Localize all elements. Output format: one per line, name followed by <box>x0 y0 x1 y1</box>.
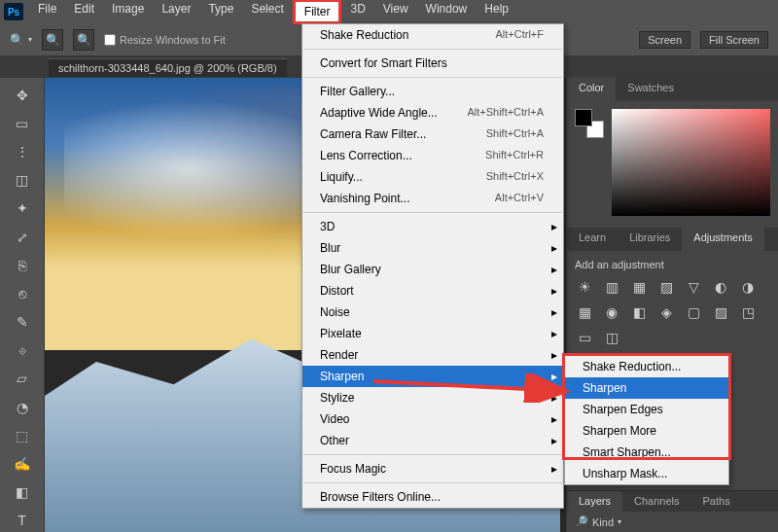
tool-15[interactable]: T <box>11 510 34 532</box>
adjustment-icon-14[interactable]: ▭ <box>575 329 594 346</box>
sharpen-menu-sharpen[interactable]: Sharpen <box>565 377 728 399</box>
adjustment-icon-4[interactable]: ▽ <box>684 278 703 296</box>
filter-menu-adaptive-wide-angle-[interactable]: Adaptive Wide Angle...Alt+Shift+Ctrl+A <box>302 102 563 124</box>
fg-bg-swatch[interactable] <box>575 109 604 138</box>
tool-5[interactable]: ⤢ <box>11 226 34 248</box>
tool-4[interactable]: ✦ <box>11 197 34 220</box>
tool-10[interactable]: ▱ <box>11 368 34 390</box>
filter-menu-other[interactable]: Other <box>302 430 563 451</box>
zoom-out-button[interactable]: 🔍 <box>73 29 94 51</box>
filter-menu-pixelate[interactable]: Pixelate <box>302 323 563 344</box>
tool-3[interactable]: ◫ <box>11 169 34 192</box>
menu-layer[interactable]: Layer <box>153 0 199 24</box>
menu-3d[interactable]: 3D <box>341 0 373 24</box>
adjustment-icon-3[interactable]: ▨ <box>656 278 676 296</box>
filter-menu-3d[interactable]: 3D <box>302 216 563 237</box>
filter-menu-lens-correction-[interactable]: Lens Correction...Shift+Ctrl+R <box>302 145 563 166</box>
screen-button[interactable]: Screen <box>639 31 690 49</box>
tool-6[interactable]: ⎘ <box>11 254 34 276</box>
filter-menu-distort[interactable]: Distort <box>302 280 563 301</box>
filter-menu-render[interactable]: Render <box>302 344 563 366</box>
filter-menu-filter-gallery-[interactable]: Filter Gallery... <box>302 81 563 102</box>
sharpen-menu-sharpen-edges[interactable]: Sharpen Edges <box>565 399 728 420</box>
filter-menu-vanishing-point-[interactable]: Vanishing Point...Alt+Ctrl+V <box>302 188 563 209</box>
resize-windows-checkbox[interactable]: Resize Windows to Fit <box>104 34 226 46</box>
filter-menu-sharpen[interactable]: Sharpen <box>302 366 563 387</box>
tab-layers[interactable]: Layers <box>567 491 622 512</box>
adjustment-icon-8[interactable]: ◉ <box>602 303 621 321</box>
tab-adjustments[interactable]: Adjustments <box>682 228 764 251</box>
tab-swatches[interactable]: Swatches <box>616 78 686 101</box>
adjustment-icon-15[interactable]: ◫ <box>602 329 621 346</box>
tool-2[interactable]: ⋮ <box>11 140 34 162</box>
dropdown-icon[interactable]: ▾ <box>618 517 621 526</box>
filter-menu-blur-gallery[interactable]: Blur Gallery <box>302 259 563 280</box>
resize-checkbox-input[interactable] <box>104 34 116 46</box>
menu-edit[interactable]: Edit <box>65 0 103 24</box>
filter-menu-shake-reduction[interactable]: Shake ReductionAlt+Ctrl+F <box>302 24 563 46</box>
filter-menu-browse-filters-online-[interactable]: Browse Filters Online... <box>302 486 563 508</box>
adjustment-icon-10[interactable]: ◈ <box>656 303 676 321</box>
adjustment-icon-1[interactable]: ▥ <box>602 278 621 296</box>
adjustment-icon-12[interactable]: ▨ <box>711 303 730 321</box>
sharpen-menu-unsharp-mask-[interactable]: Unsharp Mask... <box>565 463 728 484</box>
tool-13[interactable]: ✍ <box>11 452 34 475</box>
adjustment-icon-11[interactable]: ▢ <box>684 303 703 321</box>
tool-8[interactable]: ✎ <box>11 311 34 334</box>
tool-7[interactable]: ⎋ <box>11 282 34 304</box>
sharpen-submenu: Shake Reduction...SharpenSharpen EdgesSh… <box>564 355 729 485</box>
tab-channels[interactable]: Channels <box>622 491 690 512</box>
adjustment-icon-0[interactable]: ☀ <box>575 278 594 296</box>
menu-filter[interactable]: Filter <box>293 0 342 24</box>
menu-label: Adaptive Wide Angle... <box>320 106 438 120</box>
filter-menu-noise[interactable]: Noise <box>302 301 563 323</box>
toolbox: ✥▭⋮◫✦⤢⎘⎋✎⟐▱◔⬚✍◧T <box>0 78 45 532</box>
tab-paths[interactable]: Paths <box>691 491 742 512</box>
filter-menu-liquify-[interactable]: Liquify...Shift+Ctrl+X <box>302 166 563 188</box>
adjustment-icon-6[interactable]: ◑ <box>738 278 758 296</box>
adjustment-icon-5[interactable]: ◐ <box>711 278 730 296</box>
fill-screen-button[interactable]: Fill Screen <box>700 31 768 49</box>
tool-1[interactable]: ▭ <box>11 112 34 134</box>
fg-color-swatch[interactable] <box>575 109 592 126</box>
menu-separator <box>303 482 562 483</box>
menu-label: Blur Gallery <box>320 263 381 276</box>
search-icon[interactable]: 🔎 <box>575 515 588 528</box>
document-tab[interactable]: schilthorn-3033448_640.jpg @ 200% (RGB/8… <box>49 58 287 77</box>
menu-view[interactable]: View <box>374 0 417 24</box>
menu-help[interactable]: Help <box>476 0 517 24</box>
zoom-in-button[interactable]: 🔍 <box>42 29 63 51</box>
tool-0[interactable]: ✥ <box>11 84 34 106</box>
tab-learn[interactable]: Learn <box>567 228 618 251</box>
adjustment-icon-2[interactable]: ▦ <box>629 278 649 296</box>
filter-menu-camera-raw-filter-[interactable]: Camera Raw Filter...Shift+Ctrl+A <box>302 124 563 145</box>
sharpen-menu-smart-sharpen-[interactable]: Smart Sharpen... <box>565 442 728 463</box>
tab-libraries[interactable]: Libraries <box>618 228 682 251</box>
filter-menu-stylize[interactable]: Stylize <box>302 387 563 408</box>
tool-14[interactable]: ◧ <box>11 481 34 504</box>
menu-type[interactable]: Type <box>199 0 242 24</box>
adjustment-icon-9[interactable]: ◧ <box>629 303 649 321</box>
menu-image[interactable]: Image <box>103 0 153 24</box>
sharpen-menu-shake-reduction-[interactable]: Shake Reduction... <box>565 356 728 377</box>
sharpen-menu-sharpen-more[interactable]: Sharpen More <box>565 420 728 442</box>
filter-menu-focus-magic[interactable]: Focus Magic <box>302 458 563 479</box>
menu-window[interactable]: Window <box>417 0 477 24</box>
adjustment-icon-13[interactable]: ◳ <box>738 303 758 321</box>
tool-12[interactable]: ⬚ <box>11 424 34 446</box>
filter-menu-blur[interactable]: Blur <box>302 237 563 259</box>
menu-file[interactable]: File <box>29 0 65 24</box>
filter-menu-video[interactable]: Video <box>302 408 563 430</box>
tool-9[interactable]: ⟐ <box>11 339 34 362</box>
color-picker[interactable] <box>612 109 770 216</box>
color-panel-tabs: Color Swatches <box>567 78 778 101</box>
dropdown-icon[interactable]: ▾ <box>28 35 32 44</box>
adjustment-icon-7[interactable]: ▦ <box>575 303 594 321</box>
menu-shortcut: Alt+Ctrl+V <box>495 192 544 205</box>
menu-select[interactable]: Select <box>242 0 292 24</box>
menu-label: Sharpen <box>320 370 364 383</box>
magnifier-icon[interactable]: 🔍 <box>10 33 24 47</box>
filter-menu-convert-for-smart-filters[interactable]: Convert for Smart Filters <box>302 53 563 74</box>
tool-11[interactable]: ◔ <box>11 396 34 418</box>
tab-color[interactable]: Color <box>567 78 616 101</box>
